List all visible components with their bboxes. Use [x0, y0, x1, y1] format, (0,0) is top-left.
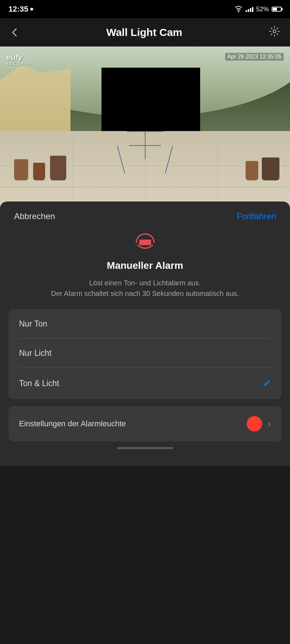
- battery-icon: [272, 7, 282, 12]
- alarm-icon: [133, 232, 158, 253]
- battery-percent: 52%: [256, 6, 269, 13]
- alarm-options-container: Nur Ton Nur Licht Ton & Licht ✓: [8, 309, 282, 399]
- svg-point-0: [273, 30, 276, 33]
- option-nur-licht-label: Nur Licht: [19, 348, 51, 358]
- option-ton-licht-label: Ton & Licht: [19, 379, 59, 388]
- home-indicator-bar: [117, 447, 173, 449]
- camera-redacted-area: [101, 68, 200, 131]
- option-nur-licht[interactable]: Nur Licht: [8, 339, 282, 368]
- time-display: 12:35: [8, 5, 28, 14]
- option-nur-ton[interactable]: Nur Ton: [8, 309, 282, 339]
- home-indicator: [0, 441, 290, 452]
- option-nur-ton-label: Nur Ton: [19, 319, 47, 329]
- plant-pots-left: [14, 156, 66, 180]
- page-header: Wall Light Cam: [0, 18, 290, 47]
- bottom-sheet: Abbrechen Fortfahren Manueller Alarm Lös…: [0, 202, 290, 466]
- status-bar: 12:35 52%: [0, 0, 290, 18]
- camera-timestamp: Apr 29 2023 12:35:05: [225, 53, 284, 61]
- page-title: Wall Light Cam: [20, 26, 269, 38]
- settings-button[interactable]: [269, 26, 280, 39]
- alarm-dot-indicator: [247, 416, 262, 432]
- modal-actions-row: Abbrechen Fortfahren: [0, 202, 290, 228]
- status-icons: [30, 8, 33, 11]
- modal-description: Löst einen Ton- und Lichtalarm aus. Der …: [0, 278, 290, 299]
- camera-feed: eufy SECURITY Apr 29 2023 12:35:05: [0, 47, 290, 209]
- alarm-settings-row[interactable]: Einstellungen der Alarmleuchte ›: [8, 406, 282, 441]
- status-indicators: 52%: [234, 6, 282, 13]
- battery-fill: [273, 8, 277, 11]
- cancel-button[interactable]: Abbrechen: [14, 211, 55, 221]
- wifi-icon: [234, 6, 243, 12]
- option-ton-licht-checkmark: ✓: [263, 378, 271, 389]
- settings-row-label: Einstellungen der Alarmleuchte: [19, 419, 126, 428]
- option-ton-licht[interactable]: Ton & Licht ✓: [8, 368, 282, 399]
- modal-title: Manueller Alarm: [0, 260, 290, 271]
- alarm-icon-area: [0, 232, 290, 253]
- status-time: 12:35: [8, 5, 33, 14]
- back-button[interactable]: [10, 27, 20, 37]
- settings-row-chevron: ›: [268, 419, 271, 429]
- svg-rect-1: [139, 240, 151, 245]
- notification-dot: [30, 8, 33, 11]
- signal-bars: [246, 6, 253, 12]
- plant-pots-right: [246, 157, 279, 180]
- continue-button[interactable]: Fortfahren: [237, 211, 276, 221]
- camera-brand-logo: eufy SECURITY: [6, 53, 33, 66]
